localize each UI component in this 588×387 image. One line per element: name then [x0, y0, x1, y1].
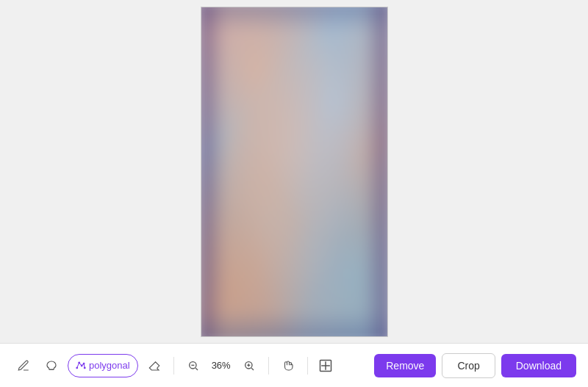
zoom-out-button[interactable] — [182, 354, 205, 377]
image-preview — [201, 7, 388, 337]
svg-point-4 — [83, 363, 85, 364]
zoom-out-icon — [187, 360, 199, 372]
svg-point-1 — [76, 367, 78, 369]
zoom-in-icon — [243, 360, 255, 372]
zoom-in-button[interactable] — [237, 354, 261, 377]
svg-point-3 — [81, 365, 82, 366]
divider-3 — [307, 357, 308, 375]
plus-cross-icon — [318, 358, 333, 373]
svg-line-10 — [251, 368, 254, 370]
eraser-icon — [148, 359, 161, 372]
canvas-area — [0, 0, 588, 343]
remove-button[interactable]: Remove — [374, 354, 436, 377]
svg-line-7 — [196, 368, 198, 370]
tool-group-left: polygonal 36% — [12, 354, 368, 377]
pan-tool-button[interactable] — [276, 354, 300, 377]
polygonal-label: polygonal — [89, 360, 130, 371]
zoom-value: 36% — [208, 360, 234, 371]
image-inner — [201, 7, 388, 337]
add-button[interactable] — [315, 355, 336, 376]
action-buttons: Remove Crop Download — [374, 353, 576, 378]
svg-point-2 — [79, 362, 80, 364]
lasso-icon — [45, 359, 58, 372]
hand-icon — [282, 359, 295, 372]
crop-button[interactable]: Crop — [442, 353, 495, 378]
polygonal-tool-button[interactable]: polygonal — [68, 354, 138, 377]
eraser-tool-button[interactable] — [143, 354, 166, 377]
polygonal-icon — [76, 361, 86, 371]
lasso-tool-button[interactable] — [40, 354, 63, 377]
divider-1 — [173, 357, 174, 375]
download-button[interactable]: Download — [501, 354, 576, 377]
toolbar: polygonal 36% — [0, 343, 588, 387]
divider-2 — [268, 357, 269, 375]
pen-icon — [17, 359, 30, 372]
pen-tool-button[interactable] — [12, 354, 35, 377]
svg-point-5 — [84, 367, 85, 369]
zoom-group: 36% — [182, 354, 261, 377]
